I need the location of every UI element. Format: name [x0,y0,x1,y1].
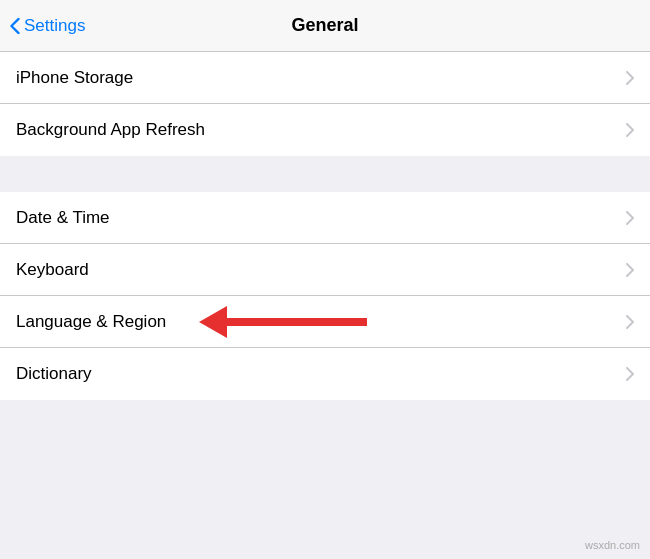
chevron-right-icon [626,263,634,277]
background-app-refresh-right [626,123,634,137]
keyboard-label: Keyboard [16,260,626,280]
chevron-right-icon [626,71,634,85]
date-time-right [626,211,634,225]
chevron-right-icon [626,211,634,225]
settings-item-keyboard[interactable]: Keyboard [0,244,650,296]
settings-group-2: Date & Time Keyboard Language & Region D… [0,192,650,400]
group-divider [0,156,650,192]
dictionary-right [626,367,634,381]
chevron-right-icon [626,123,634,137]
arrow-body [227,318,367,326]
iphone-storage-label: iPhone Storage [16,68,626,88]
chevron-right-icon [626,315,634,329]
back-label: Settings [24,16,85,36]
settings-group-1: iPhone Storage Background App Refresh [0,52,650,156]
date-time-label: Date & Time [16,208,626,228]
settings-item-date-time[interactable]: Date & Time [0,192,650,244]
red-arrow-indicator [200,306,367,338]
navigation-bar: Settings General [0,0,650,52]
chevron-right-icon [626,367,634,381]
page-title: General [291,15,358,36]
keyboard-right [626,263,634,277]
language-region-right [626,315,634,329]
iphone-storage-right [626,71,634,85]
chevron-left-icon [10,18,20,34]
settings-item-iphone-storage[interactable]: iPhone Storage [0,52,650,104]
arrow-head [199,306,227,338]
dictionary-label: Dictionary [16,364,626,384]
settings-item-language-region[interactable]: Language & Region [0,296,650,348]
watermark: wsxdn.com [585,539,640,551]
settings-item-dictionary[interactable]: Dictionary [0,348,650,400]
settings-item-background-app-refresh[interactable]: Background App Refresh [0,104,650,156]
background-app-refresh-label: Background App Refresh [16,120,626,140]
back-button[interactable]: Settings [10,16,85,36]
